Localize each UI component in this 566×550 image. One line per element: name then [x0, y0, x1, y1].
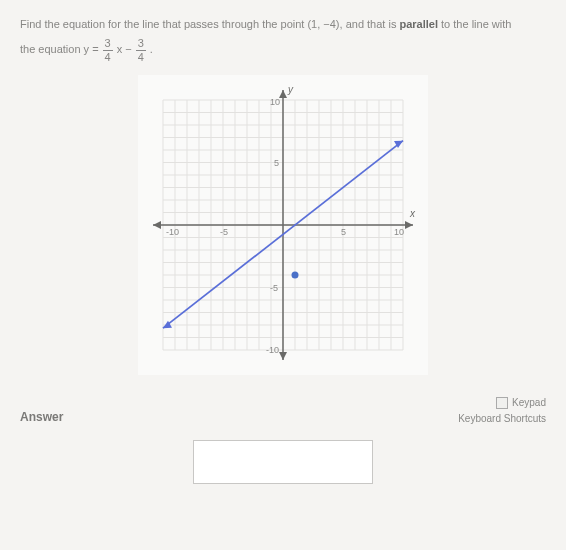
keyboard-shortcuts-button[interactable]: Keyboard Shortcuts	[458, 413, 546, 424]
graph-container: x y -10 -5 5 10 10 5 -5 -10	[20, 75, 546, 379]
frac1-den: 4	[103, 51, 113, 63]
frac1-num: 3	[103, 38, 113, 51]
question-point: (1, −4)	[307, 18, 339, 30]
frac2-den: 4	[136, 51, 146, 63]
tick-neg5-y: -5	[270, 283, 278, 293]
question-mid: , and that is	[340, 18, 400, 30]
tick-pos5-y: 5	[274, 158, 279, 168]
tick-pos10-x: 10	[394, 227, 404, 237]
answer-input[interactable]	[193, 440, 373, 484]
fraction-2: 3 4	[136, 38, 146, 63]
y-axis-label: y	[287, 84, 294, 95]
arrow-right-icon	[405, 221, 413, 229]
tick-neg5-x: -5	[220, 227, 228, 237]
keypad-button[interactable]: Keypad	[458, 397, 546, 409]
equation-line: the equation y = 3 4 x − 3 4 .	[20, 38, 546, 63]
keypad-icon	[496, 397, 508, 409]
question-keyword: parallel	[399, 18, 438, 30]
target-point	[292, 271, 299, 278]
keypad-text: Keypad	[512, 397, 546, 408]
tick-neg10-x: -10	[166, 227, 179, 237]
tick-pos5-x: 5	[341, 227, 346, 237]
question-suffix: to the line with	[438, 18, 511, 30]
coordinate-graph: x y -10 -5 5 10 10 5 -5 -10	[138, 75, 428, 375]
question-prefix: Find the equation for the line that pass…	[20, 18, 307, 30]
equation-period: .	[150, 41, 153, 59]
x-axis-label: x	[409, 208, 416, 219]
answer-label: Answer	[20, 410, 63, 424]
frac2-num: 3	[136, 38, 146, 51]
equation-lead: the equation y =	[20, 41, 99, 59]
question-text: Find the equation for the line that pass…	[20, 16, 546, 63]
tick-neg10-y: -10	[266, 345, 279, 355]
arrow-down-icon	[279, 352, 287, 360]
tick-pos10-y: 10	[270, 97, 280, 107]
equation-x: x −	[117, 41, 132, 59]
arrow-left-icon	[153, 221, 161, 229]
fraction-1: 3 4	[103, 38, 113, 63]
arrow-up-icon	[279, 90, 287, 98]
